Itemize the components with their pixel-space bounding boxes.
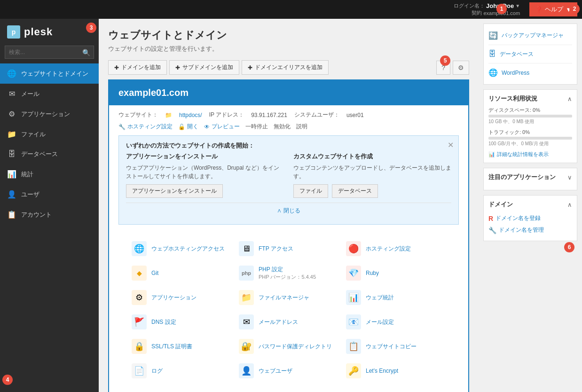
- hosting-settings-link[interactable]: 🔧 ホスティング設定: [118, 123, 173, 131]
- welcome-banner: ✕ いずれかの方法でウェブサイトの作成を開始： アプリケーションをインストール …: [118, 135, 459, 225]
- feature-ssl[interactable]: 🔒 SSL/TLS 証明書: [128, 334, 235, 359]
- feature-web-stats[interactable]: 📊 ウェブ統計: [342, 285, 449, 310]
- install-app-button[interactable]: アプリケーションをインストール: [126, 184, 223, 198]
- hosting-settings-link2[interactable]: ホスティング設定: [366, 245, 411, 253]
- manage-domain-icon: 🔧: [488, 227, 496, 234]
- feature-php[interactable]: php PHP 設定 PHP バージョン：5.4.45: [235, 261, 342, 285]
- log-icon: 📄: [132, 363, 147, 378]
- open-link[interactable]: 🔓 開く: [178, 123, 198, 131]
- feature-hosting-settings[interactable]: 🔴 ホスティング設定: [342, 236, 449, 261]
- featured-apps-expand-icon[interactable]: ∨: [567, 174, 572, 181]
- git-link[interactable]: Git: [151, 270, 158, 276]
- user-dropdown-arrow[interactable]: ▼: [515, 3, 520, 8]
- applications-link[interactable]: アプリケーション: [151, 294, 197, 302]
- preview-link[interactable]: 👁 プレビュー: [204, 123, 240, 131]
- add-domain-label: ドメインを追加: [121, 63, 161, 71]
- web-stats-link[interactable]: ウェブ統計: [366, 294, 394, 302]
- feature-password-dir[interactable]: 🔐 パスワード保護ディレクトリ: [235, 334, 342, 359]
- ftp-link[interactable]: FTP アクセス: [259, 245, 293, 253]
- sidebar-logo: p plesk: [0, 19, 99, 43]
- add-alias-button[interactable]: ✚ ドメインエイリアスを追加: [242, 60, 329, 75]
- sidebar-item-websites[interactable]: 🌐 ウェブサイトとドメイン: [0, 63, 99, 84]
- feature-lets-encrypt[interactable]: 🔑 Let's Encrypt: [342, 359, 449, 383]
- settings-toolbar-button[interactable]: ⚙: [453, 61, 469, 75]
- sidebar-item-database[interactable]: 🗄 データベース: [0, 144, 99, 164]
- add-domain-button[interactable]: ✚ ドメインを追加: [108, 60, 167, 75]
- web-user-icon: 👤: [239, 363, 254, 378]
- add-subdomain-button[interactable]: ✚ サブドメインを追加: [169, 60, 239, 75]
- resources-collapse-icon[interactable]: ∧: [567, 95, 572, 102]
- pause-link[interactable]: 一時停止: [245, 123, 268, 131]
- backup-manager-link[interactable]: 🔄 バックアップマネージャ: [488, 29, 572, 42]
- sidebar-nav: 🌐 ウェブサイトとドメイン ✉ メール ⚙ アプリケーション 📁 ファイル 🗄 …: [0, 63, 99, 392]
- explain-link[interactable]: 説明: [296, 123, 307, 131]
- welcome-close-button[interactable]: ✕: [448, 141, 454, 149]
- sidebar-item-users[interactable]: 👤 ユーザ: [0, 184, 99, 204]
- websites-icon: 🌐: [7, 69, 16, 78]
- feature-ftp-access[interactable]: 🖥 FTP アクセス: [235, 236, 342, 261]
- applications-icon: ⚙: [7, 110, 16, 118]
- welcome-col1-desc: ウェブアプリケーション（WordPress、Drupal など）をインストールし…: [126, 164, 284, 180]
- web-user-link[interactable]: ウェブユーザ: [259, 367, 292, 375]
- sidebar-item-applications-label: アプリケーション: [21, 110, 70, 118]
- php-icon: php: [239, 266, 254, 281]
- disk-label: ディスクスペース: 0%: [488, 107, 572, 114]
- backup-label: バックアップマネージャ: [502, 31, 564, 39]
- ruby-link[interactable]: Ruby: [366, 270, 379, 276]
- open-icon: 🔓: [178, 124, 185, 130]
- add-subdomain-label: サブドメインを追加: [182, 63, 233, 71]
- sidebar-item-applications[interactable]: ⚙ アプリケーション: [0, 104, 99, 124]
- sidebar-item-mail[interactable]: ✉ メール: [0, 84, 99, 104]
- ftp-icon: 🖥: [239, 241, 254, 256]
- account-icon: 📋: [7, 210, 16, 219]
- add-alias-plus-icon: ✚: [248, 64, 252, 71]
- log-link[interactable]: ログ: [151, 367, 163, 375]
- php-link[interactable]: PHP 設定: [259, 266, 283, 273]
- files-button[interactable]: ファイル: [293, 184, 328, 198]
- register-domain-link[interactable]: R ドメイン名を登録: [488, 212, 572, 224]
- feature-mail-settings[interactable]: 📧 メール設定: [342, 310, 449, 334]
- file-manager-link[interactable]: ファイルマネージャ: [259, 294, 309, 302]
- feature-mail-address[interactable]: ✉ メールアドレス: [235, 310, 342, 334]
- sidebar-item-files[interactable]: 📁 ファイル: [0, 124, 99, 144]
- feature-web-hosting-access[interactable]: 🌐 ウェブホスティングアクセス: [128, 236, 235, 261]
- add-subdomain-plus-icon: ✚: [175, 64, 180, 71]
- domain-right-title: ドメイン: [488, 200, 513, 209]
- domain-collapse-icon[interactable]: ∧: [567, 201, 572, 208]
- web-hosting-link[interactable]: ウェブホスティングアクセス: [151, 245, 225, 253]
- database-quick-link[interactable]: 🗄 データベース: [488, 47, 572, 61]
- feature-web-user[interactable]: 👤 ウェブユーザ: [235, 359, 342, 383]
- manage-domain-link[interactable]: 🔧 ドメイン名を管理: [488, 224, 572, 236]
- feature-applications[interactable]: ⚙ アプリケーション: [128, 285, 235, 310]
- feature-ruby[interactable]: 💎 Ruby: [342, 261, 449, 285]
- mail-settings-link[interactable]: メール設定: [366, 318, 394, 326]
- stats-detail-link[interactable]: 📊 詳細な統計情報を表示: [488, 151, 572, 158]
- dns-icon: 🚩: [132, 314, 147, 329]
- ip-label: IP アドレス：: [209, 111, 244, 119]
- feature-dns[interactable]: 🚩 DNS 設定: [128, 310, 235, 334]
- database-button[interactable]: データベース: [332, 184, 378, 198]
- disable-link[interactable]: 無効化: [274, 123, 291, 131]
- sidebar-item-account[interactable]: 📋 アカウント: [0, 204, 99, 225]
- annotation-6: 6: [564, 242, 574, 252]
- collapse-bar[interactable]: ∧ 閉じる: [126, 203, 451, 219]
- lets-encrypt-link[interactable]: Let's Encrypt: [366, 368, 398, 374]
- feature-file-manager[interactable]: 📁 ファイルマネージャ: [235, 285, 342, 310]
- sidebar-item-users-label: ユーザ: [21, 190, 39, 199]
- website-copy-link[interactable]: ウェブサイトコピー: [366, 343, 417, 351]
- search-input[interactable]: [5, 46, 94, 59]
- lets-encrypt-icon: 🔑: [346, 363, 361, 378]
- disk-bar-bg: [488, 115, 572, 118]
- help-label: ヘルプ: [545, 5, 563, 14]
- sidebar-item-stats[interactable]: 📊 統計: [0, 164, 99, 184]
- wordpress-link[interactable]: 🌐 WordPress: [488, 66, 572, 79]
- dns-link[interactable]: DNS 設定: [151, 318, 176, 326]
- httpdocs-link[interactable]: httpdocs/: [179, 112, 202, 118]
- mail-address-link[interactable]: メールアドレス: [259, 318, 298, 326]
- feature-log[interactable]: 📄 ログ: [128, 359, 235, 383]
- welcome-col-1: アプリケーションをインストール ウェブアプリケーション（WordPress、Dr…: [126, 152, 284, 198]
- feature-git[interactable]: ◆ Git: [128, 261, 235, 285]
- feature-website-copy[interactable]: 📋 ウェブサイトコピー: [342, 334, 449, 359]
- ssl-link[interactable]: SSL/TLS 証明書: [151, 343, 192, 351]
- password-dir-link[interactable]: パスワード保護ディレクトリ: [259, 343, 332, 351]
